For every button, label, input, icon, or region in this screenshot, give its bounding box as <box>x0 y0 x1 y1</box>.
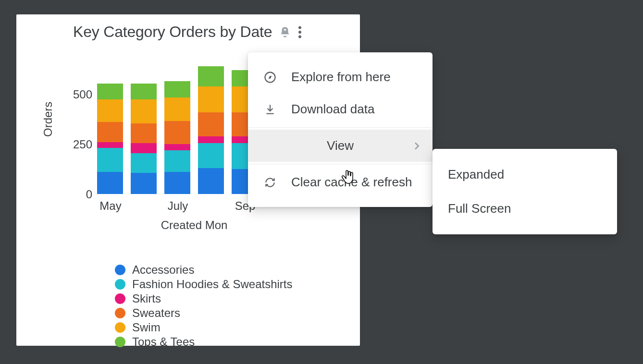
legend-item[interactable]: Accessories <box>115 263 293 277</box>
x-tick: July <box>168 199 188 213</box>
refresh-icon <box>263 176 277 189</box>
bar-segment <box>164 121 190 144</box>
x-tick: May <box>99 199 121 213</box>
bar-may[interactable] <box>97 84 123 194</box>
bar-aug[interactable] <box>198 66 224 194</box>
bell-plus-icon[interactable] <box>279 26 291 38</box>
bar-segment <box>131 143 157 153</box>
view-submenu: Expanded Full Screen <box>433 149 617 234</box>
legend-item[interactable]: Tops & Tees <box>115 335 293 349</box>
bar-segment <box>198 168 224 194</box>
y-tick: 0 <box>86 188 92 201</box>
svg-point-0 <box>298 26 301 29</box>
bar-segment <box>131 84 157 99</box>
legend-item[interactable]: Swim <box>115 321 293 334</box>
svg-point-2 <box>298 35 301 38</box>
y-tick: 250 <box>73 138 92 151</box>
more-vert-icon[interactable] <box>298 26 302 38</box>
bar-segment <box>97 142 123 148</box>
legend-swatch <box>115 308 125 318</box>
legend-item[interactable]: Sweaters <box>115 306 293 320</box>
menu-item-label: Download data <box>291 102 374 117</box>
compass-icon <box>263 71 277 84</box>
panel-header: Key Category Orders by Date <box>16 23 360 41</box>
bar-jul[interactable] <box>164 81 190 194</box>
legend-swatch <box>115 337 125 347</box>
bar-segment <box>164 172 190 194</box>
legend-label: Skirts <box>132 292 161 305</box>
legend-label: Accessories <box>132 263 194 277</box>
y-tick: 500 <box>73 88 92 101</box>
menu-item-explore[interactable]: Explore from here <box>248 61 433 93</box>
tile-context-menu: Explore from here Download data View Cle… <box>248 52 433 207</box>
submenu-item-fullscreen[interactable]: Full Screen <box>433 192 617 226</box>
legend-swatch <box>115 322 125 333</box>
bar-segment <box>97 99 123 122</box>
legend: AccessoriesFashion Hoodies & Sweatshirts… <box>115 263 293 350</box>
menu-item-view[interactable]: View <box>248 130 433 162</box>
bar-segment <box>198 66 224 86</box>
panel-title: Key Category Orders by Date <box>73 23 272 41</box>
menu-item-download[interactable]: Download data <box>248 93 433 125</box>
legend-swatch <box>115 265 125 275</box>
bar-segment <box>198 86 224 112</box>
menu-item-label: View <box>327 138 354 153</box>
legend-label: Sweaters <box>132 306 180 320</box>
bar-segment <box>198 143 224 168</box>
legend-swatch <box>115 293 125 304</box>
menu-item-label: Explore from here <box>291 70 391 85</box>
bar-segment <box>131 99 157 123</box>
x-axis-label: Created Mon <box>161 218 228 232</box>
chevron-right-icon <box>414 138 420 153</box>
bar-segment <box>164 81 190 97</box>
bar-segment <box>164 150 190 172</box>
bar-segment <box>164 97 190 121</box>
menu-item-label: Clear cache & refresh <box>291 175 412 190</box>
bar-segment <box>131 153 157 173</box>
bar-segment <box>198 136 224 144</box>
svg-point-1 <box>298 31 301 34</box>
bar-jun[interactable] <box>131 84 157 194</box>
legend-swatch <box>115 279 125 290</box>
bar-segment <box>164 144 190 150</box>
menu-divider <box>248 164 433 164</box>
submenu-item-expanded[interactable]: Expanded <box>433 158 617 192</box>
bar-segment <box>97 84 123 99</box>
bar-segment <box>97 148 123 172</box>
legend-label: Fashion Hoodies & Sweatshirts <box>132 278 293 291</box>
legend-label: Tops & Tees <box>132 335 195 349</box>
menu-item-clear-cache[interactable]: Clear cache & refresh <box>248 166 433 198</box>
legend-item[interactable]: Skirts <box>115 292 293 305</box>
bar-segment <box>97 172 123 194</box>
bar-segment <box>131 173 157 194</box>
bar-segment <box>198 112 224 136</box>
legend-label: Swim <box>132 321 161 334</box>
menu-divider <box>248 127 433 128</box>
bar-segment <box>131 123 157 144</box>
download-icon <box>263 103 277 116</box>
legend-item[interactable]: Fashion Hoodies & Sweatshirts <box>115 278 293 291</box>
submenu-item-label: Full Screen <box>448 201 511 216</box>
y-axis-label: Orders <box>41 102 55 137</box>
submenu-item-label: Expanded <box>448 167 504 182</box>
bar-segment <box>97 122 123 142</box>
